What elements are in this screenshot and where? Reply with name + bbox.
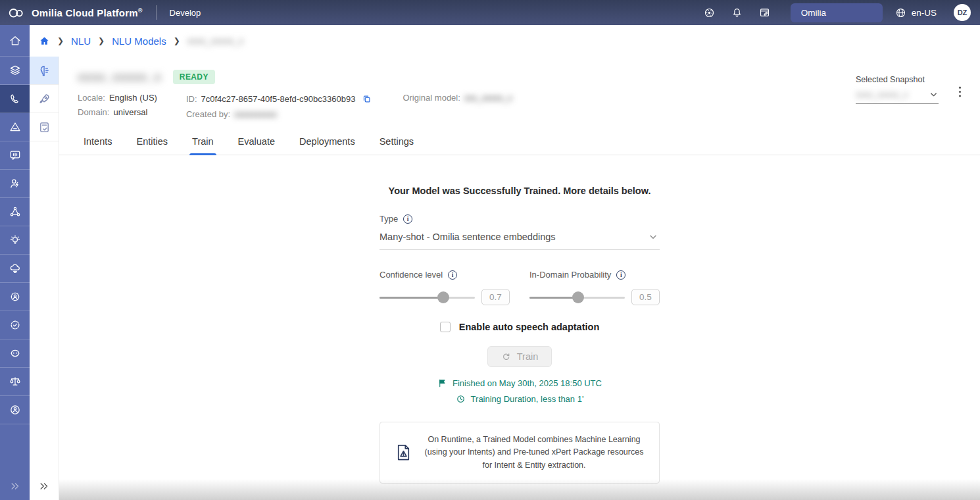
sidebar-item-agent-assist[interactable] — [0, 170, 30, 198]
topbar-right: Omilia en-US DZ — [696, 3, 971, 22]
type-value: Many-shot - Omilia sentence embeddings — [380, 232, 556, 242]
copy-id-icon[interactable] — [362, 93, 374, 105]
domain-value: universal — [113, 107, 147, 117]
confidence-slider[interactable] — [380, 291, 475, 303]
tab-evaluate[interactable]: Evaluate — [237, 132, 276, 155]
sidebar-item-conversations[interactable] — [0, 141, 30, 170]
confidence-info-icon[interactable] — [448, 270, 457, 280]
topbar: Omilia Cloud Platform® Develop Omilia — [0, 0, 980, 25]
notifications-bell-icon[interactable] — [731, 6, 744, 19]
breadcrumb-bar: ❯ NLU ❯ NLU Models ❯ xxxx_xxxxx_x — [30, 25, 980, 57]
status-badge: READY — [173, 70, 215, 84]
speech-adaptation-row: Enable auto speech adaptation — [380, 322, 660, 332]
in-domain-field: In-Domain Probability 0.5 — [529, 270, 660, 305]
breadcrumb-home-icon[interactable] — [39, 36, 50, 47]
tab-train[interactable]: Train — [191, 132, 215, 155]
breadcrumb: ❯ NLU ❯ NLU Models ❯ xxxx_xxxxx_x — [39, 36, 243, 47]
sidebar-item-nlu[interactable] — [30, 57, 59, 85]
release-notes-icon[interactable] — [758, 6, 772, 19]
domain-label: Domain: — [78, 107, 109, 117]
secondary-sidebar-expand[interactable] — [30, 472, 59, 500]
breadcrumb-link-nlu[interactable]: NLU — [71, 36, 91, 47]
id-label: ID: — [186, 94, 197, 104]
sidebar-item-asr[interactable] — [0, 255, 30, 283]
topbar-divider — [156, 5, 157, 20]
sidebar-item-home[interactable] — [0, 25, 30, 57]
brand-title: Omilia Cloud Platform® — [32, 7, 143, 18]
language-selector[interactable]: en-US — [894, 7, 937, 19]
created-by-value: xxxxxxxxxx — [234, 109, 277, 119]
slider-thumb — [572, 291, 584, 303]
duration-status: Training Duration, less than 1' — [380, 394, 660, 404]
person-circle-icon — [9, 403, 22, 416]
type-label: Type — [380, 214, 398, 224]
graph-nodes-icon — [9, 205, 22, 218]
sidebar-item-insights[interactable] — [0, 226, 30, 255]
in-domain-slider[interactable] — [529, 291, 625, 303]
train-success-message: Your Model was Successfully Trained. Mor… — [380, 186, 660, 196]
in-domain-label: In-Domain Probability — [529, 270, 611, 280]
triangle-delta-icon — [9, 120, 22, 134]
hub-icon[interactable] — [703, 6, 716, 19]
sidebar-item-personas[interactable] — [0, 339, 30, 368]
user-gear-icon — [9, 290, 22, 303]
brand[interactable]: Omilia Cloud Platform® — [7, 6, 143, 19]
sidebar-item-support[interactable] — [0, 396, 30, 424]
slider-fill — [380, 297, 443, 299]
sidebar-item-annotations[interactable] — [30, 113, 59, 141]
rocket-icon — [37, 92, 51, 106]
main-content: xxxx_xxxxx_x READY Locale:English (US) D… — [59, 57, 980, 500]
sidebar-item-applications[interactable] — [0, 57, 30, 85]
breadcrumb-current-model: xxxx_xxxxx_x — [187, 36, 244, 46]
model-title: xxxx_xxxxx_x — [78, 70, 161, 84]
sidebar-item-quality[interactable] — [0, 311, 30, 339]
phone-receiver-icon — [9, 92, 22, 105]
document-check-icon — [37, 120, 51, 134]
tab-entities[interactable]: Entities — [135, 132, 170, 155]
slider-thumb — [437, 291, 449, 303]
tab-intents[interactable]: Intents — [82, 132, 114, 155]
brain-icon — [37, 64, 51, 78]
snapshot-select[interactable]: xxxx_xxxxx_x — [856, 84, 939, 104]
sidebar-item-compliance[interactable] — [0, 368, 30, 396]
user-avatar[interactable]: DZ — [954, 4, 971, 21]
cloud-speech-icon — [9, 262, 22, 275]
train-button[interactable]: Train — [487, 346, 552, 367]
breadcrumb-separator: ❯ — [174, 36, 180, 45]
confidence-value-box[interactable]: 0.7 — [481, 289, 510, 305]
tenant-selector[interactable]: Omilia — [791, 3, 883, 22]
globe-icon — [894, 7, 907, 19]
type-select[interactable]: Many-shot - Omilia sentence embeddings — [380, 224, 660, 250]
train-button-label: Train — [517, 351, 539, 362]
in-domain-info-icon[interactable] — [616, 270, 625, 280]
speech-adaptation-checkbox[interactable] — [440, 322, 451, 332]
confidence-field: Confidence level 0.7 — [380, 270, 510, 305]
original-model-value: xxx_xxxxx_x — [464, 93, 512, 103]
runtime-note-box: On Runtime, a Trained Model combines Mac… — [380, 422, 660, 484]
sidebar-item-deployments-quick[interactable] — [30, 85, 59, 113]
clock-icon — [456, 394, 466, 404]
in-domain-value-box[interactable]: 0.5 — [631, 289, 660, 305]
sidebar-item-orchestrator[interactable] — [0, 198, 30, 226]
type-field: Type Many-shot - Omilia sentence embeddi… — [380, 214, 660, 250]
sidebar-item-user-management[interactable] — [0, 283, 30, 311]
secondary-sidebar — [30, 57, 59, 500]
type-info-icon[interactable] — [403, 214, 412, 224]
model-meta: Locale:English (US) Domain:universal ID:… — [78, 93, 962, 119]
sidebar-item-analytics[interactable] — [0, 113, 30, 141]
badge-check-icon — [9, 318, 22, 332]
tab-deployments[interactable]: Deployments — [298, 132, 356, 155]
primary-sidebar-expand[interactable] — [0, 472, 30, 500]
agent-bolt-icon — [9, 177, 22, 190]
sidebar-item-miniapps[interactable] — [0, 85, 30, 113]
flag-icon — [437, 378, 447, 388]
tab-settings[interactable]: Settings — [378, 132, 415, 155]
snapshot-label: Selected Snapshot — [856, 75, 939, 84]
breadcrumb-link-nlu-models[interactable]: NLU Models — [112, 36, 166, 47]
more-options-kebab-icon[interactable] — [957, 84, 963, 99]
finished-text: Finished on May 30th, 2025 18:50 UTC — [453, 378, 602, 388]
original-model-label: Original model: — [403, 93, 460, 103]
finished-status: Finished on May 30th, 2025 18:50 UTC — [380, 378, 660, 388]
snapshot-value: xxxx_xxxxx_x — [856, 89, 908, 99]
nav-section-develop[interactable]: Develop — [170, 8, 201, 18]
